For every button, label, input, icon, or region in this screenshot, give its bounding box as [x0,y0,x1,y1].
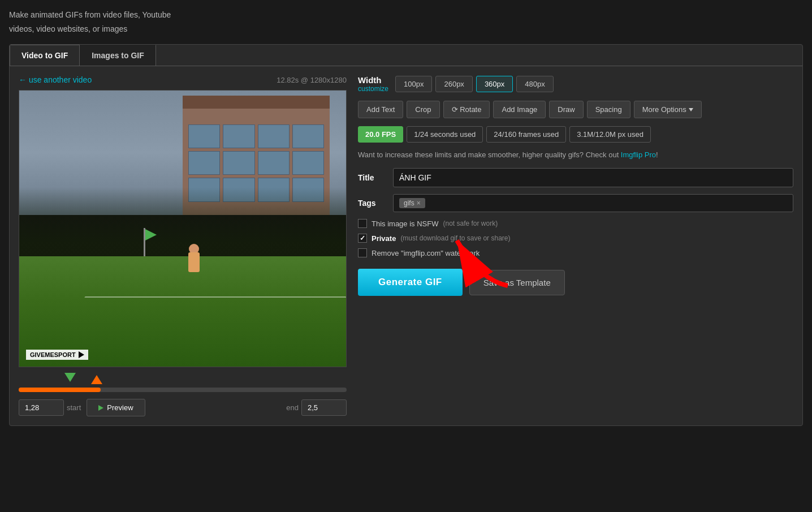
limits-text-post: ! [656,150,658,159]
end-label: end [286,403,299,412]
nsfw-label: This image is NSFW [372,220,438,228]
crop-button[interactable]: Crop [407,101,439,118]
timeline-markers [19,373,347,384]
tools-row: Add Text Crop ⟳ Rotate Add Image Draw Sp… [358,101,793,118]
tag-chip-gifs: gifs × [399,198,425,208]
draw-button[interactable]: Draw [549,101,583,118]
tags-input-container[interactable]: gifs × [393,194,793,212]
video-nav-bar: ← use another video 12.82s @ 1280x1280 [19,75,347,84]
tabs-bar: Video to GIF Images to GIF [10,45,802,66]
watermark-label: Remove "imgflip.com" watermark [372,249,480,257]
add-text-button[interactable]: Add Text [358,101,403,118]
customize-link[interactable]: customize [358,85,388,93]
fps-badge: 20.0 FPS [358,126,403,143]
limits-text: Want to increase these limits and make s… [358,150,793,159]
width-row: Width customize 100px 260px 360px 480px [358,75,793,93]
rotate-button[interactable]: ⟳ Rotate [443,101,490,118]
nsfw-checkbox[interactable] [358,219,367,228]
title-label: Title [358,173,386,182]
width-260px[interactable]: 260px [435,76,472,92]
limits-text-pre: Want to increase these limits and make s… [358,150,621,159]
use-another-video-link[interactable]: ← use another video [19,75,92,84]
end-input-group: end [286,399,347,416]
end-marker[interactable] [91,375,102,384]
timeline-bar[interactable] [19,388,347,392]
soccer-scene: GIVEMESPORT [19,91,346,367]
window [223,124,254,148]
private-note: (must download gif to save or share) [400,234,510,242]
spacing-button[interactable]: Spacing [587,101,630,118]
width-label-group: Width customize [358,75,388,93]
stats-row: 20.0 FPS 1/24 seconds used 24/160 frames… [358,126,793,143]
tag-label: gifs [404,199,414,207]
tags-row: Tags gifs × [358,194,793,212]
header-description: Make animated GIFs from video files, You… [9,9,803,35]
window [258,151,290,175]
window [292,151,324,175]
seconds-badge: 1/24 seconds used [407,126,483,143]
nsfw-row: This image is NSFW (not safe for work) [358,219,793,228]
preview-label: Preview [107,403,133,412]
width-100px[interactable]: 100px [395,76,432,92]
brand-overlay: GIVEMESPORT [26,350,88,360]
start-marker[interactable] [64,373,76,382]
window [223,151,254,175]
tab-images-to-gif[interactable]: Images to GIF [80,45,156,66]
add-image-button[interactable]: Add Image [493,101,546,118]
more-options-label: More Options [642,105,686,114]
width-360px[interactable]: 360px [476,76,513,92]
field-line [84,296,347,298]
video-preview: GIVEMESPORT [19,90,347,367]
more-options-button[interactable]: More Options [634,101,702,118]
private-row: ✓ Private (must download gif to save or … [358,234,793,243]
content-area: ← use another video 12.82s @ 1280x1280 [10,66,802,425]
imgflip-pro-link[interactable]: Imgflip Pro [621,150,656,159]
tab-video-to-gif[interactable]: Video to GIF [10,45,80,66]
play-icon [79,351,84,358]
private-checkbox[interactable]: ✓ [358,234,367,243]
timeline-area [19,373,347,392]
player-body [188,252,200,272]
start-label: start [67,403,81,412]
tags-label: Tags [358,199,386,208]
flag-stick [144,228,145,256]
main-container: Video to GIF Images to GIF ← use another… [9,44,803,426]
green-flag [144,228,145,256]
title-row: Title [358,168,793,187]
window [188,124,220,148]
building-roof [183,96,330,109]
end-time-input[interactable] [301,399,347,416]
controls-bar: start Preview end [19,399,347,416]
player-figure [183,244,205,289]
frames-badge: 24/160 frames used [486,126,566,143]
video-info: 12.82s @ 1280x1280 [277,76,347,84]
header-line1: Make animated GIFs from video files, You… [9,9,803,21]
chevron-down-icon [689,108,693,111]
start-time-input[interactable] [19,399,64,416]
window [292,124,324,148]
generate-gif-button[interactable]: Generate GIF [358,269,463,296]
title-input[interactable] [393,168,793,187]
private-label: Private [372,234,396,243]
width-480px[interactable]: 480px [516,76,553,92]
rotate-icon: ⟳ [452,105,458,114]
flag-triangle [145,229,157,240]
nsfw-note: (not safe for work) [443,220,498,227]
window [188,151,220,175]
window [258,124,290,148]
brand-name: GIVEMESPORT [30,351,76,358]
start-input-group: start [19,399,81,416]
preview-button[interactable]: Preview [87,399,145,416]
preview-play-icon [98,405,103,411]
timeline-progress [19,388,101,392]
video-section: ← use another video 12.82s @ 1280x1280 [19,75,347,416]
width-label: Width [358,75,388,85]
save-template-button[interactable]: Save as Template [469,270,565,295]
watermark-checkbox[interactable] [358,248,367,257]
width-options: 100px 260px 360px 480px [395,76,554,92]
pixels-badge: 3.1M/12.0M px used [569,126,651,143]
action-buttons: Generate GIF Save as Template [358,269,793,296]
settings-section: Width customize 100px 260px 360px 480px … [358,75,793,416]
watermark-row: Remove "imgflip.com" watermark [358,248,793,257]
tag-remove-button[interactable]: × [417,199,421,207]
